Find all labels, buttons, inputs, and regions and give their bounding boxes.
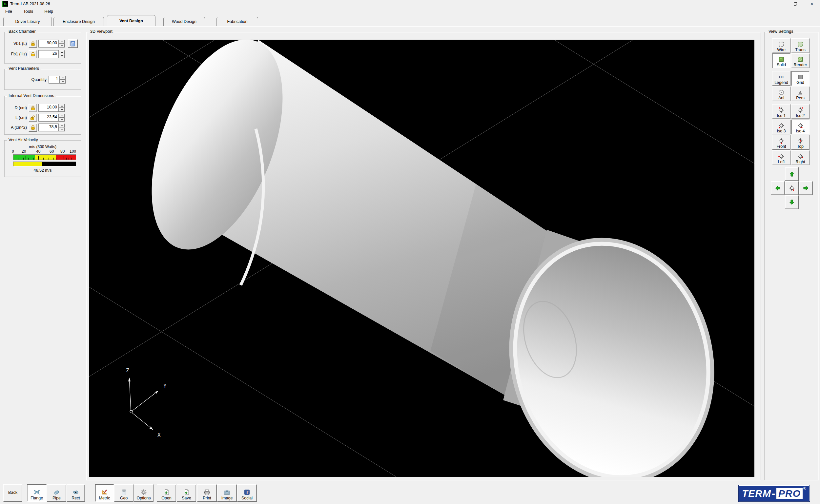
view-render-button[interactable]: Render bbox=[791, 53, 810, 68]
pan-up-button[interactable] bbox=[785, 167, 799, 181]
view-grid-button[interactable]: Grid bbox=[791, 71, 810, 86]
top-view-icon bbox=[797, 138, 804, 144]
tab-driver-library[interactable]: Driver Library bbox=[3, 17, 52, 26]
menu-file[interactable]: File bbox=[4, 9, 13, 14]
vb1-lock-button[interactable] bbox=[29, 40, 37, 48]
vb1-input[interactable]: 90,00 bbox=[38, 40, 59, 48]
pan-right-button[interactable] bbox=[799, 181, 813, 195]
diameter-label: D (cm) bbox=[6, 106, 27, 110]
open-file-icon bbox=[163, 489, 170, 496]
vb1-spin-up[interactable] bbox=[59, 40, 65, 44]
scale-40: 40 bbox=[36, 149, 40, 154]
area-spin-down[interactable] bbox=[59, 127, 65, 131]
fb1-lock-button[interactable] bbox=[29, 50, 37, 58]
length-spinner[interactable] bbox=[59, 114, 65, 122]
axis-y-label: Y bbox=[163, 383, 166, 389]
pan-down-button[interactable] bbox=[785, 195, 799, 209]
diameter-spin-down[interactable] bbox=[59, 108, 65, 112]
gear-icon bbox=[140, 489, 147, 496]
pipe-button[interactable]: Pipe bbox=[47, 484, 66, 502]
diameter-lock-button[interactable] bbox=[29, 104, 37, 112]
fb1-spin-down[interactable] bbox=[59, 54, 65, 58]
vb1-spin-down[interactable] bbox=[59, 44, 65, 48]
menu-tools[interactable]: Tools bbox=[22, 9, 34, 14]
geo-button[interactable]: Geo bbox=[114, 484, 133, 502]
minimize-button[interactable] bbox=[771, 0, 787, 8]
view-wire-button[interactable]: Wire bbox=[772, 38, 791, 53]
spin-down-icon bbox=[61, 119, 63, 120]
view-trans-button[interactable]: Trans bbox=[791, 38, 810, 53]
rect-button[interactable]: Rect bbox=[67, 484, 85, 502]
pipe-button-label: Pipe bbox=[52, 496, 61, 500]
restore-button[interactable] bbox=[787, 0, 804, 8]
length-spin-up[interactable] bbox=[59, 114, 65, 118]
length-input[interactable]: 23,54 bbox=[38, 114, 59, 122]
open-button[interactable]: Open bbox=[157, 484, 176, 502]
diameter-spin-up[interactable] bbox=[59, 104, 65, 108]
view-front-button[interactable]: Front bbox=[772, 135, 791, 150]
fb1-spin-up[interactable] bbox=[59, 50, 65, 54]
view-iso3-button[interactable]: Iso 3 bbox=[772, 120, 791, 134]
image-button[interactable]: Image bbox=[217, 484, 237, 502]
calculator-icon bbox=[121, 489, 127, 496]
front-view-icon bbox=[778, 138, 785, 144]
print-button[interactable]: Print bbox=[197, 484, 217, 502]
internal-vent-title: Internal Vent Dimensions bbox=[7, 93, 56, 98]
quantity-spin-down[interactable] bbox=[60, 80, 66, 84]
view-solid-button[interactable]: Solid bbox=[772, 53, 791, 68]
length-lock-button[interactable] bbox=[29, 114, 37, 122]
options-button[interactable]: Options bbox=[134, 484, 153, 502]
back-button[interactable]: Back bbox=[3, 484, 22, 502]
arrow-up-icon bbox=[789, 171, 795, 177]
area-spin-up[interactable] bbox=[59, 124, 65, 127]
view-pers-button[interactable]: Pers bbox=[791, 87, 810, 101]
length-spin-down[interactable] bbox=[59, 118, 65, 122]
rect-duct-icon bbox=[72, 489, 79, 496]
view-iso4-button[interactable]: Iso 4 bbox=[791, 120, 810, 134]
quantity-input[interactable]: 1 bbox=[49, 76, 60, 84]
view-top-button[interactable]: Top bbox=[791, 135, 810, 150]
tab-enclosure-design[interactable]: Enclosure Design bbox=[53, 17, 104, 26]
save-button[interactable]: Save bbox=[177, 484, 196, 502]
tab-fabrication[interactable]: Fabrication bbox=[217, 17, 258, 26]
open-button-label: Open bbox=[161, 496, 171, 500]
area-lock-button[interactable] bbox=[29, 124, 37, 132]
fb1-input[interactable]: 26 bbox=[38, 50, 59, 58]
image-button-label: Image bbox=[222, 496, 233, 500]
logo-term-text: TERM bbox=[742, 488, 771, 499]
view-left-button[interactable]: Left bbox=[772, 150, 791, 165]
social-button[interactable]: f Social bbox=[237, 484, 257, 502]
view-iso2-button[interactable]: Iso 2 bbox=[791, 104, 810, 119]
tab-wood-design-label: Wood Design bbox=[172, 19, 196, 24]
area-input[interactable]: 78,5 bbox=[38, 124, 59, 131]
view-iso4-label: Iso 4 bbox=[796, 129, 805, 133]
viewport-canvas[interactable]: Z Y X bbox=[89, 40, 754, 477]
fb1-spinner[interactable] bbox=[59, 50, 65, 58]
axis-z-label: Z bbox=[126, 367, 129, 374]
metric-button[interactable]: Metric bbox=[95, 484, 114, 502]
diameter-spinner[interactable] bbox=[59, 104, 65, 112]
tab-vent-design[interactable]: Vent Design bbox=[107, 15, 155, 26]
minimize-icon bbox=[777, 4, 781, 4]
menu-bar: File Tools Help bbox=[0, 8, 820, 14]
quantity-spin-up[interactable] bbox=[60, 76, 66, 80]
area-label: A (cm^2) bbox=[6, 125, 27, 130]
tab-wood-design[interactable]: Wood Design bbox=[163, 17, 205, 26]
close-button[interactable]: × bbox=[804, 0, 820, 8]
vb1-calculator-button[interactable] bbox=[68, 39, 78, 48]
view-legend-button[interactable]: H1 Legend bbox=[772, 71, 791, 86]
center-view-button[interactable] bbox=[785, 181, 799, 195]
diameter-input[interactable]: 10,00 bbox=[38, 104, 59, 112]
view-right-button[interactable]: Right bbox=[791, 150, 810, 165]
spin-up-icon bbox=[61, 51, 63, 53]
area-spinner[interactable] bbox=[59, 124, 65, 131]
view-ani-button[interactable]: Ani bbox=[772, 87, 791, 101]
vb1-spinner[interactable] bbox=[59, 40, 65, 48]
quantity-spinner[interactable] bbox=[60, 76, 66, 84]
arrow-left-icon bbox=[774, 185, 781, 191]
pan-left-button[interactable] bbox=[771, 181, 785, 195]
menu-help[interactable]: Help bbox=[43, 9, 54, 14]
view-iso1-button[interactable]: Iso 1 bbox=[772, 104, 791, 119]
view-trans-label: Trans bbox=[795, 48, 806, 52]
flange-button[interactable]: Flange bbox=[27, 484, 47, 502]
